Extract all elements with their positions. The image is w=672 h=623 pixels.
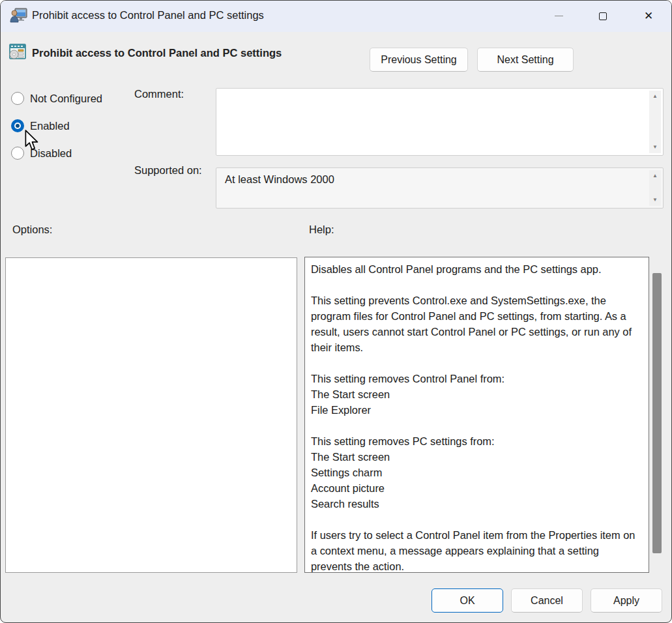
next-setting-button[interactable]: Next Setting <box>477 48 574 72</box>
comment-label: Comment: <box>134 88 184 100</box>
comment-field[interactable]: ▲ ▼ <box>216 88 664 156</box>
ok-button[interactable]: OK <box>431 588 503 613</box>
help-panel: Disables all Control Panel programs and … <box>304 257 649 573</box>
scroll-up-icon[interactable]: ▲ <box>649 173 661 179</box>
policy-setting-icon <box>8 42 27 62</box>
apply-button[interactable]: Apply <box>591 588 662 613</box>
radio-enabled[interactable]: Enabled <box>11 119 70 133</box>
radio-disabled[interactable]: Disabled <box>11 146 72 160</box>
minimize-button[interactable] <box>544 1 574 31</box>
options-label: Options: <box>12 224 52 236</box>
supported-on-field: At least Windows 2000 ▲ ▼ <box>216 167 664 209</box>
close-icon: ✕ <box>644 10 653 22</box>
supported-scrollbar[interactable]: ▲ ▼ <box>649 170 661 206</box>
minimize-icon <box>555 16 563 16</box>
window-title: Prohibit access to Control Panel and PC … <box>32 9 264 22</box>
options-panel <box>5 257 297 573</box>
policy-setting-dialog: Prohibit access to Control Panel and PC … <box>0 0 672 623</box>
setting-title: Prohibit access to Control Panel and PC … <box>32 47 282 59</box>
radio-circle-unchecked[interactable] <box>11 92 24 105</box>
maximize-icon <box>599 12 607 20</box>
radio-not-configured[interactable]: Not Configured <box>11 91 102 106</box>
scroll-down-icon[interactable]: ▼ <box>649 197 661 203</box>
help-text: Disables all Control Panel programs and … <box>305 257 649 573</box>
group-policy-icon <box>10 8 27 23</box>
titlebar[interactable]: Prohibit access to Control Panel and PC … <box>1 1 671 32</box>
previous-setting-button[interactable]: Previous Setting <box>370 48 468 72</box>
radio-label: Enabled <box>30 120 70 132</box>
radio-label: Disabled <box>30 147 72 160</box>
help-label: Help: <box>309 224 334 236</box>
radio-circle-checked[interactable] <box>11 119 24 132</box>
supported-on-label: Supported on: <box>134 164 202 177</box>
radio-label: Not Configured <box>30 93 102 105</box>
scroll-down-icon[interactable]: ▼ <box>649 145 661 150</box>
radio-circle-unchecked[interactable] <box>11 147 24 160</box>
supported-on-value: At least Windows 2000 <box>225 173 334 186</box>
help-scrollbar-thumb[interactable] <box>652 273 662 553</box>
comment-input[interactable] <box>218 90 647 154</box>
scroll-up-icon[interactable]: ▲ <box>649 94 661 99</box>
cancel-button[interactable]: Cancel <box>511 588 583 613</box>
comment-scrollbar[interactable]: ▲ ▼ <box>649 91 661 153</box>
close-button[interactable]: ✕ <box>634 1 664 31</box>
maximize-button[interactable] <box>588 1 618 31</box>
